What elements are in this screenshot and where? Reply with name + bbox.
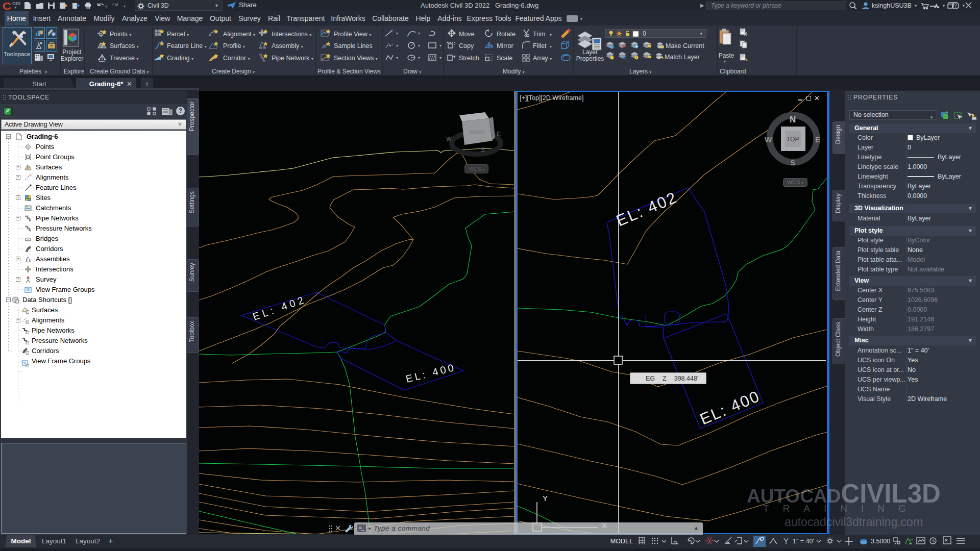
svg-text:E: E [815,135,820,144]
svg-text:FRONT: FRONT [470,130,485,135]
svg-text:S: S [790,158,795,167]
svg-text:Y: Y [543,494,548,503]
svg-text:E: E [497,131,501,138]
svg-text:ksinghUSU3B: ksinghUSU3B [872,2,912,9]
svg-text:S: S [481,146,485,154]
svg-text:▾: ▾ [105,4,107,9]
svg-text:W: W [765,135,772,144]
svg-text:3.5000: 3.5000 [871,538,890,545]
svg-text:1" = 40': 1" = 40' [793,538,814,545]
svg-text:W: W [446,136,452,143]
svg-text:▼: ▼ [914,4,918,8]
svg-text:▼: ▼ [942,4,946,8]
svg-text:▾: ▾ [124,4,126,9]
svg-text:TOP: TOP [787,136,799,143]
svg-text:N: N [790,115,796,124]
svg-text:EL: 400: EL: 400 [405,362,455,385]
svg-text:EL: 402: EL: 402 [614,189,679,230]
svg-text:EL: 400: EL: 400 [697,388,762,429]
svg-text:EL: 402: EL: 402 [251,294,305,322]
